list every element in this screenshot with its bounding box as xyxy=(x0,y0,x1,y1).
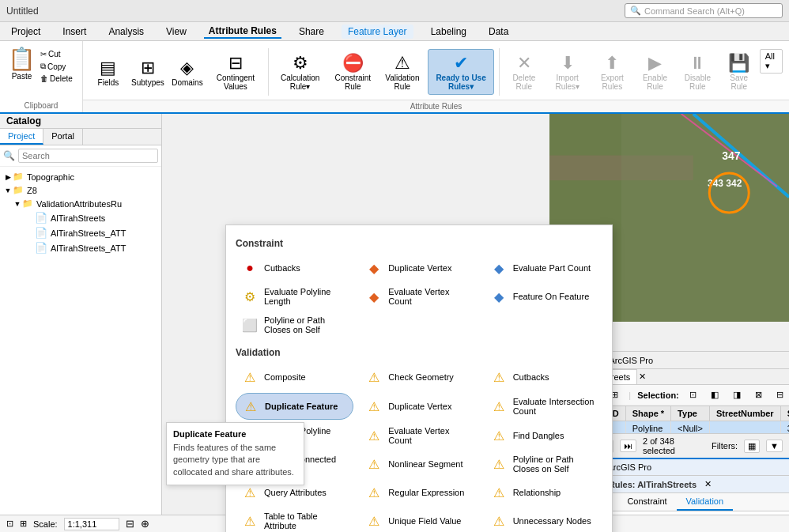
val-eval-intersect[interactable]: ⚠ Evaluate Intersection Count xyxy=(485,393,602,420)
val-polyline-closes[interactable]: ⚠ Polyline or Path Closes on Self xyxy=(485,451,602,477)
val-dup-vertex[interactable]: ⚠ Duplicate Vertex xyxy=(360,393,478,420)
val-unnecessary-nodes[interactable]: ⚠ Unnecessary Nodes xyxy=(485,508,602,532)
main-layout: Catalog Project Portal 🔍 ▶ 📁 Topographic… xyxy=(0,114,789,532)
disable-rule-button[interactable]: ⏸ Disable Rule xyxy=(677,50,719,94)
sel-btn4[interactable]: ⊠ xyxy=(751,387,766,402)
val-composite[interactable]: ⚠ Composite xyxy=(236,364,353,390)
ready-to-use-rules-button[interactable]: ✔ Ready to Use Rules▾ xyxy=(428,49,495,95)
delete-button[interactable]: 🗑 Delete xyxy=(39,74,74,84)
menu-analysis[interactable]: Analysis xyxy=(104,25,149,39)
table-tab-close[interactable]: ✕ xyxy=(639,372,646,382)
scale-input[interactable] xyxy=(64,518,119,530)
val-check-geom[interactable]: ⚠ Check Geometry xyxy=(360,364,478,390)
constraint-cutbacks[interactable]: ● Cutbacks xyxy=(236,255,353,281)
clipboard-group: 📋 Paste ✂ Cut ⧉ Copy 🗑 Delete Clipboard xyxy=(0,41,83,112)
constraint-dup-vertex[interactable]: ◆ Duplicate Vertex xyxy=(360,255,478,281)
sel-btn2[interactable]: ◧ xyxy=(707,387,723,402)
constraint-eval-poly[interactable]: ⚙ Evaluate Polyline Length xyxy=(236,284,353,309)
tree-item-altirah-att2[interactable]: 📄 AlTirahStreets_ATT xyxy=(0,240,161,255)
subtypes-button[interactable]: ⊞ Subtypes xyxy=(129,55,167,90)
menu-insert[interactable]: Insert xyxy=(58,25,91,39)
feature-on-icon: ◆ xyxy=(489,287,508,306)
export-rules-button[interactable]: ⬆ Export Rules xyxy=(591,50,633,94)
tree-item-z8[interactable]: ▼ 📁 Z8 xyxy=(0,183,161,197)
constraint-grid: ● Cutbacks ◆ Duplicate Vertex ◆ Evaluate… xyxy=(236,255,602,338)
paste-button[interactable]: 📋 Paste xyxy=(8,46,36,81)
tree-arrow: ▶ xyxy=(3,173,13,181)
constraint-eval-part[interactable]: ◆ Evaluate Part Count xyxy=(485,255,602,281)
zoom-icon-2[interactable]: ⊕ xyxy=(141,518,149,530)
delete-rule-button[interactable]: ✕ Delete Rule xyxy=(504,50,544,94)
tree-item-topographic[interactable]: ▶ 📁 Topographic xyxy=(0,170,161,183)
val-cutbacks-icon: ⚠ xyxy=(489,368,508,387)
col-street-name[interactable]: StreetName xyxy=(780,406,789,421)
val-dup-feature[interactable]: ⚠ Duplicate Feature xyxy=(236,393,353,420)
val-cutbacks[interactable]: ⚠ Cutbacks xyxy=(485,364,602,390)
title-bar: Untitled 🔍 Command Search (Alt+Q) xyxy=(0,0,789,22)
val-relationship[interactable]: ⚠ Relationship xyxy=(485,480,602,505)
menu-share[interactable]: Share xyxy=(294,25,329,39)
cut-button[interactable]: ✂ Cut xyxy=(39,49,74,59)
col-street-number[interactable]: StreetNumber xyxy=(709,406,780,421)
save-rule-icon: 💾 xyxy=(728,53,749,74)
calculation-rule-button[interactable]: ⚙ Calculation Rule▾ xyxy=(274,50,327,94)
dup-vertex-icon: ◆ xyxy=(364,258,383,277)
copy-button[interactable]: ⧉ Copy xyxy=(39,61,74,72)
import-rules-button[interactable]: ⬇ Import Rules▾ xyxy=(546,50,590,94)
sel-btn1[interactable]: ⊡ xyxy=(685,387,700,402)
val-unique-field[interactable]: ⚠ Unique Field Value xyxy=(360,508,478,532)
val-table-to-table[interactable]: ⚠ Table to Table Attribute xyxy=(236,508,353,532)
zoom-icon-1[interactable]: ⊟ xyxy=(126,518,134,530)
contingent-values-button[interactable]: ⊟ Contingent Values xyxy=(208,50,263,94)
attr-rules-tab-close[interactable]: ✕ xyxy=(704,479,712,489)
command-search[interactable]: 🔍 Command Search (Alt+Q) xyxy=(625,3,783,18)
domains-button[interactable]: ◈ Domains xyxy=(168,55,206,90)
constraint-eval-vertex[interactable]: ◆ Evaluate Vertex Count xyxy=(360,284,478,309)
val-find-dangles[interactable]: ⚠ Find Dangles xyxy=(485,423,602,448)
svg-rect-2 xyxy=(621,114,789,322)
tree-item-altirah-att[interactable]: 📄 AlTirahStreets_ATT xyxy=(0,225,161,240)
validation-rule-button[interactable]: ⚠ Validation Rule xyxy=(379,50,426,94)
sel-btn3[interactable]: ◨ xyxy=(729,387,745,402)
all-button[interactable]: All ▾ xyxy=(760,49,783,74)
tab-constraint[interactable]: Constraint xyxy=(617,493,676,511)
fields-icon: ▤ xyxy=(100,58,116,78)
nav-last[interactable]: ⏭ xyxy=(620,440,636,452)
tab-validation[interactable]: Validation xyxy=(677,493,734,511)
menu-labeling[interactable]: Labeling xyxy=(426,25,471,39)
col-shape[interactable]: Shape * xyxy=(625,406,670,421)
sel-btn5[interactable]: ⊟ xyxy=(772,387,787,402)
val-nonlinear[interactable]: ⚠ Nonlinear Segment xyxy=(360,451,478,477)
menu-project[interactable]: Project xyxy=(6,25,45,39)
map-icon-2[interactable]: ⊞ xyxy=(20,519,27,529)
menu-view[interactable]: View xyxy=(161,25,191,39)
filter-btn2[interactable]: ▼ xyxy=(766,440,783,452)
save-rule-button[interactable]: 💾 Save Rule xyxy=(720,50,758,94)
col-type[interactable]: Type xyxy=(671,406,710,421)
menu-attribute-rules[interactable]: Attribute Rules xyxy=(204,24,281,39)
tree-item-altirah[interactable]: 📄 AlTirahStreets xyxy=(0,210,161,225)
tree-arrow-z8: ▼ xyxy=(3,187,13,194)
catalog-search-input[interactable] xyxy=(18,149,158,163)
cell-streetname-1: 342 xyxy=(780,421,789,434)
tooltip-title: Duplicate Feature xyxy=(173,429,297,439)
catalog-tab-project[interactable]: Project xyxy=(0,129,43,145)
constraint-polyline-closes[interactable]: ⬜ Polyline or Path Closes on Self xyxy=(236,312,353,338)
tree-item-validation[interactable]: ▼ 📁 ValidationAttributesRu xyxy=(0,197,161,210)
menu-data[interactable]: Data xyxy=(484,25,513,39)
constraint-feature-on[interactable]: ◆ Feature On Feature xyxy=(485,284,602,309)
val-eval-vertex[interactable]: ⚠ Evaluate Vertex Count xyxy=(360,423,478,448)
dropdown-overlay: Constraint ● Cutbacks ◆ Duplicate Vertex… xyxy=(225,224,613,532)
catalog-tab-portal[interactable]: Portal xyxy=(43,129,83,145)
map-icon-1[interactable]: ⊡ xyxy=(6,519,13,529)
scale-label: Scale: xyxy=(33,519,58,529)
val-regular-exp[interactable]: ⚠ Regular Expression xyxy=(360,480,478,505)
eval-vertex-icon: ◆ xyxy=(364,287,383,306)
menu-feature-layer[interactable]: Feature Layer xyxy=(342,25,413,39)
search-icon: 🔍 xyxy=(630,6,641,16)
constraint-cutbacks-icon: ● xyxy=(240,258,259,277)
fields-button[interactable]: ▤ Fields xyxy=(89,55,127,90)
constraint-rule-button[interactable]: ⛔ Constraint Rule xyxy=(329,50,377,94)
enable-rule-button[interactable]: ▶ Enable Rule xyxy=(635,50,675,94)
filter-btn1[interactable]: ▦ xyxy=(744,440,760,453)
